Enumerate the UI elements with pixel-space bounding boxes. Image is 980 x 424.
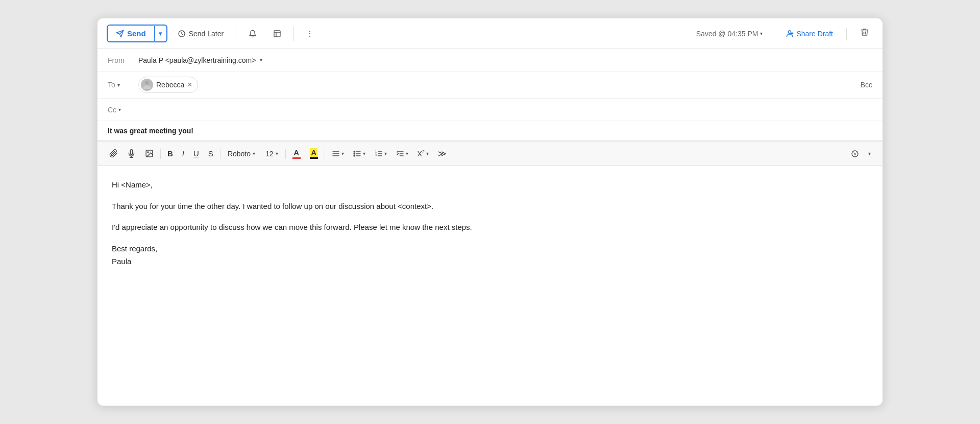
share-draft-button[interactable]: Share Draft [781, 28, 837, 40]
superscript-icon: X2 [418, 149, 425, 158]
strikethrough-button[interactable]: S [205, 147, 217, 160]
svg-point-6 [789, 31, 791, 33]
from-address: Paula P <paula@zylkertraining.com> [138, 56, 256, 64]
indent-button[interactable]: ▾ [393, 147, 412, 160]
align-button[interactable]: ▾ [328, 147, 348, 160]
attach-icon [109, 149, 118, 158]
remove-recipient-button[interactable]: × [187, 81, 192, 89]
expand-chevron-icon: ▾ [868, 151, 871, 156]
audio-button[interactable] [124, 147, 139, 160]
subject-input[interactable] [108, 127, 872, 135]
microphone-icon [127, 149, 136, 158]
from-dropdown-icon[interactable]: ▾ [260, 57, 262, 63]
text-color-bar [292, 157, 301, 159]
send-button-group: Send ▾ [107, 25, 167, 42]
share-draft-icon [786, 30, 794, 38]
send-later-button[interactable]: Send Later [172, 26, 230, 41]
body-sign-off: Best regards, [112, 244, 157, 253]
align-icon [332, 150, 340, 158]
more-format-icon: ≫ [438, 149, 447, 158]
ordered-list-icon: 1 2 3 [375, 150, 383, 158]
reminder-button[interactable] [242, 26, 263, 41]
from-value: Paula P <paula@zylkertraining.com> ▾ [138, 56, 872, 64]
send-icon [116, 30, 124, 38]
email-compose-window: Send ▾ Send Later [97, 18, 883, 406]
align-chevron-icon: ▾ [341, 151, 344, 156]
format-toolbar: B I U S Roboto ▾ 12 ▾ A [97, 142, 883, 166]
send-button[interactable]: Send [108, 26, 154, 41]
cc-field-row: Cc ▾ [97, 99, 883, 121]
toolbar-sep-1 [236, 27, 236, 41]
more-options-icon: ⋮ [306, 30, 313, 38]
italic-button[interactable]: I [179, 147, 188, 160]
saved-status-text: Saved @ 04:35 PM [696, 30, 758, 38]
to-value: Rebecca × [138, 77, 861, 93]
saved-status: Saved @ 04:35 PM ▾ [696, 30, 763, 38]
ol-chevron-icon: ▾ [384, 151, 387, 156]
svg-rect-3 [274, 31, 280, 37]
delete-icon [860, 28, 869, 37]
send-dropdown-button[interactable]: ▾ [154, 26, 166, 41]
strikethrough-icon: S [208, 149, 213, 158]
bold-icon: B [167, 149, 173, 158]
text-color-button[interactable]: A [289, 146, 304, 161]
delete-button[interactable] [856, 26, 873, 41]
highlight-color-bar [310, 157, 318, 159]
svg-point-9 [145, 81, 149, 85]
unordered-list-button[interactable]: ▾ [350, 147, 369, 160]
bcc-button[interactable]: Bcc [861, 81, 872, 89]
unordered-list-icon [353, 150, 361, 158]
email-fields: From Paula P <paula@zylkertraining.com> … [97, 49, 883, 142]
svg-point-21 [354, 153, 355, 154]
text-color-icon: A [293, 148, 299, 157]
body-paragraph-1: Thank you for your time the other day. I… [112, 200, 868, 213]
body-greeting: Hi <Name>, [112, 178, 868, 192]
toolbar-sep-2 [293, 27, 294, 41]
body-signature: Best regards, Paula [112, 242, 868, 268]
toolbar-sep-3 [772, 28, 772, 40]
send-later-label: Send Later [189, 30, 224, 38]
more-format-button[interactable]: ≫ [434, 146, 450, 161]
template-button[interactable] [267, 26, 287, 41]
font-size-chevron-icon: ▾ [276, 151, 278, 156]
avatar-image [141, 79, 153, 91]
to-field-row: To ▾ Rebecca × Bcc [97, 72, 883, 99]
expand-format-button[interactable]: ▾ [865, 148, 874, 159]
ordered-list-button[interactable]: 1 2 3 ▾ [371, 147, 390, 160]
template-icon [273, 30, 281, 38]
subject-row [97, 121, 883, 141]
font-size-selector[interactable]: 12 ▾ [261, 148, 282, 160]
font-selector[interactable]: Roboto ▾ [224, 148, 259, 160]
insert-image-button[interactable] [141, 147, 157, 160]
ai-button[interactable] [847, 147, 863, 160]
svg-point-13 [148, 152, 149, 153]
body-name: Paula [112, 257, 131, 266]
to-dropdown-icon[interactable]: ▾ [117, 82, 120, 88]
highlight-color-button[interactable]: A [306, 146, 322, 161]
indent-icon [396, 150, 404, 158]
font-name-label: Roboto [228, 150, 251, 158]
bold-button[interactable]: B [164, 147, 177, 160]
share-draft-label: Share Draft [796, 30, 833, 38]
font-size-label: 12 [265, 150, 274, 158]
underline-button[interactable]: U [190, 147, 203, 160]
ul-chevron-icon: ▾ [363, 151, 365, 156]
ai-icon [851, 150, 859, 158]
fmt-sep-1 [160, 149, 161, 159]
body-paragraph-2: I'd appreciate an opportunity to discuss… [112, 221, 868, 234]
image-icon [145, 149, 154, 158]
cc-dropdown-icon[interactable]: ▾ [118, 107, 121, 112]
superscript-button[interactable]: X2 ▾ [414, 147, 432, 160]
send-label: Send [127, 29, 146, 38]
top-toolbar: Send ▾ Send Later [97, 18, 883, 49]
more-options-button[interactable]: ⋮ [300, 26, 320, 41]
superscript-chevron-icon: ▾ [426, 151, 429, 156]
indent-chevron-icon: ▾ [406, 151, 408, 156]
underline-icon: U [193, 149, 199, 158]
from-label: From [108, 56, 138, 64]
avatar [141, 79, 153, 91]
attach-file-button[interactable] [106, 147, 121, 160]
recipient-chip: Rebecca × [138, 77, 198, 93]
cc-label: Cc ▾ [108, 106, 138, 114]
email-body[interactable]: Hi <Name>, Thank you for your time the o… [97, 166, 883, 406]
